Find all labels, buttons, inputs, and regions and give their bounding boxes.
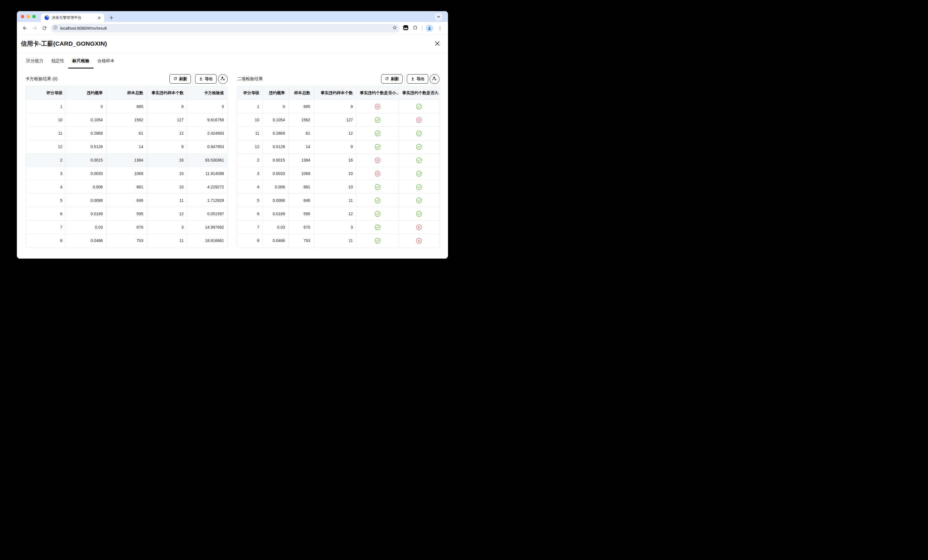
cell: 12 xyxy=(237,140,263,154)
tab-search-button[interactable] xyxy=(435,13,442,21)
cell: 11 xyxy=(147,234,187,248)
cell: 1 xyxy=(237,100,263,113)
pass-icon xyxy=(375,184,380,190)
table-row: 120.5128149 xyxy=(237,140,440,154)
cell: 0.2869 xyxy=(66,127,106,140)
cell xyxy=(399,207,440,221)
column-header: 样本总数 xyxy=(288,86,314,100)
cell: 0.051597 xyxy=(187,207,227,221)
cell xyxy=(399,194,440,207)
pass-icon xyxy=(416,144,422,150)
reload-icon[interactable] xyxy=(40,23,49,33)
cell xyxy=(356,194,398,207)
forward-icon[interactable] xyxy=(30,23,40,33)
cell: 885 xyxy=(106,100,147,113)
cell: 0.0015 xyxy=(66,154,106,167)
panel-actions: 刷新 导出 xyxy=(169,74,228,84)
column-header: 违约概率 xyxy=(263,86,288,100)
column-header: 事实违约样本个数 xyxy=(314,86,356,100)
pass-icon xyxy=(416,184,422,190)
page-tab-1[interactable]: 稳定性 xyxy=(47,58,68,68)
minimize-window-button[interactable] xyxy=(27,15,30,18)
refresh-label: 刷新 xyxy=(391,76,399,82)
cell xyxy=(356,234,398,248)
cell: 4 xyxy=(237,180,263,194)
tab-close-icon[interactable] xyxy=(97,15,101,20)
refresh-icon xyxy=(385,76,389,82)
table-row: 70.036703 xyxy=(237,221,440,234)
cell: 0.0033 xyxy=(263,167,288,180)
cell: 10 xyxy=(314,180,356,194)
fail-icon xyxy=(375,171,380,177)
cell: 670 xyxy=(106,221,147,234)
user-gear-icon xyxy=(432,76,437,82)
table-row: 20.0015138416 xyxy=(237,154,440,167)
refresh-label: 刷新 xyxy=(179,76,187,82)
bookmark-star-icon[interactable] xyxy=(392,25,397,31)
cell: 11 xyxy=(237,127,263,140)
cell xyxy=(399,234,440,248)
table-row: 80.04867531118.816681 xyxy=(26,234,228,248)
table-row: 30.003310691011.914098 xyxy=(26,167,228,180)
menu-kebab-icon[interactable] xyxy=(437,25,443,32)
cell: 16 xyxy=(147,154,187,167)
browser-tab-title: 决策引擎管理平台 xyxy=(52,15,97,20)
cell: 6 xyxy=(237,207,263,221)
cell: 1384 xyxy=(288,154,314,167)
cell: 4 xyxy=(26,180,66,194)
cell: 2 xyxy=(26,154,66,167)
page-tab-2[interactable]: 标尺检验 xyxy=(68,58,93,68)
cell: 753 xyxy=(106,234,147,248)
table-row: 110.28696112 xyxy=(237,127,440,140)
refresh-button[interactable]: 刷新 xyxy=(169,74,191,84)
dialog-close-icon[interactable] xyxy=(434,40,441,47)
cell xyxy=(356,100,398,113)
export-button[interactable]: 导出 xyxy=(195,74,217,84)
back-icon[interactable] xyxy=(20,23,30,33)
table-row: 60.0189595120.051597 xyxy=(26,207,228,221)
cell xyxy=(356,154,398,167)
cell: 127 xyxy=(147,113,187,127)
cell: 846 xyxy=(106,194,147,207)
column-settings-button[interactable] xyxy=(430,74,440,84)
cell: 0.1054 xyxy=(66,113,106,127)
cell: 3 xyxy=(314,221,356,234)
zoom-window-button[interactable] xyxy=(32,15,36,18)
cell: 5 xyxy=(26,194,66,207)
dialog-header: 信用卡-工薪(CARD_GONGXIN) xyxy=(17,35,448,53)
site-info-icon[interactable] xyxy=(53,25,58,31)
cell: 10 xyxy=(26,113,66,127)
table-header-row: 评分等级违约概率样本总数事实违约样本个数卡方检验值 xyxy=(26,86,228,100)
export-button[interactable]: 导出 xyxy=(407,74,428,84)
browser-window: 决策引擎管理平台 localhost:8080/#/mv/result xyxy=(17,11,448,259)
cell: 1069 xyxy=(288,167,314,180)
browser-tab[interactable]: 决策引擎管理平台 xyxy=(41,14,104,22)
cell: 10 xyxy=(147,167,187,180)
table-row: 80.048675311 xyxy=(237,234,440,248)
cell xyxy=(356,180,398,194)
cell: 61 xyxy=(288,127,314,140)
new-tab-button[interactable] xyxy=(108,14,115,21)
column-header: 卡方检验值 xyxy=(187,86,227,100)
column-header: 样本总数 xyxy=(106,86,147,100)
column-settings-button[interactable] xyxy=(218,74,228,84)
table-row: 120.51281490.947853 xyxy=(26,140,228,154)
cell: 0.006 xyxy=(263,180,288,194)
close-window-button[interactable] xyxy=(21,15,24,18)
cell: 9 xyxy=(314,140,356,154)
extension-badge-icon[interactable] xyxy=(403,24,409,32)
cell: 0.5128 xyxy=(263,140,288,154)
address-bar[interactable]: localhost:8080/#/mv/result xyxy=(51,24,400,32)
binomial-panel: 二项检验结果 刷新 导出 xyxy=(237,74,440,248)
cell xyxy=(399,180,440,194)
refresh-button[interactable]: 刷新 xyxy=(381,74,403,84)
page-tab-3[interactable]: 合格样本 xyxy=(93,58,119,68)
button-divider xyxy=(404,74,405,84)
cell: 670 xyxy=(288,221,314,234)
cell: 3 xyxy=(237,167,263,180)
page-tab-0[interactable]: 区分能力 xyxy=(22,58,47,68)
extensions-puzzle-icon[interactable] xyxy=(412,24,418,32)
profile-avatar[interactable] xyxy=(426,24,433,32)
cell: 14.997692 xyxy=(187,221,227,234)
cell: 881 xyxy=(106,180,147,194)
